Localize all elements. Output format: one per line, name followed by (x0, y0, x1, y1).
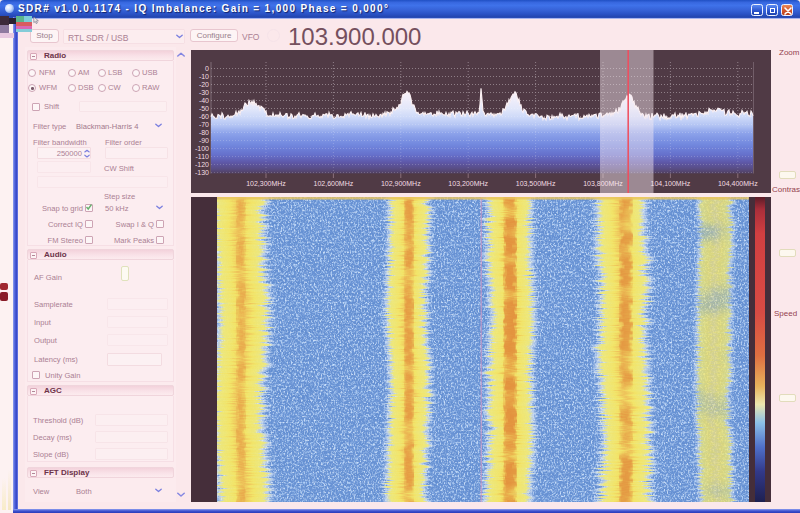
svg-text:102,300MHz: 102,300MHz (246, 180, 286, 187)
svg-text:-80: -80 (199, 129, 209, 136)
svg-text:-130: -130 (195, 169, 209, 176)
svg-text:-100: -100 (195, 145, 209, 152)
svg-text:-90: -90 (199, 137, 209, 144)
svg-text:-30: -30 (199, 89, 209, 96)
svg-text:103,500MHz: 103,500MHz (516, 180, 556, 187)
svg-text:-10: -10 (199, 73, 209, 80)
svg-text:104,100MHz: 104,100MHz (651, 180, 691, 187)
svg-text:102,600MHz: 102,600MHz (314, 180, 354, 187)
svg-text:-120: -120 (195, 161, 209, 168)
svg-text:104,400MHz: 104,400MHz (718, 180, 758, 187)
svg-text:-40: -40 (199, 97, 209, 104)
svg-text:-70: -70 (199, 121, 209, 128)
svg-text:-60: -60 (199, 113, 209, 120)
svg-text:0: 0 (205, 65, 209, 72)
svg-text:-50: -50 (199, 105, 209, 112)
svg-text:103,200MHz: 103,200MHz (448, 180, 488, 187)
svg-text:-20: -20 (199, 81, 209, 88)
svg-text:-110: -110 (196, 153, 210, 160)
svg-text:102,900MHz: 102,900MHz (381, 180, 421, 187)
